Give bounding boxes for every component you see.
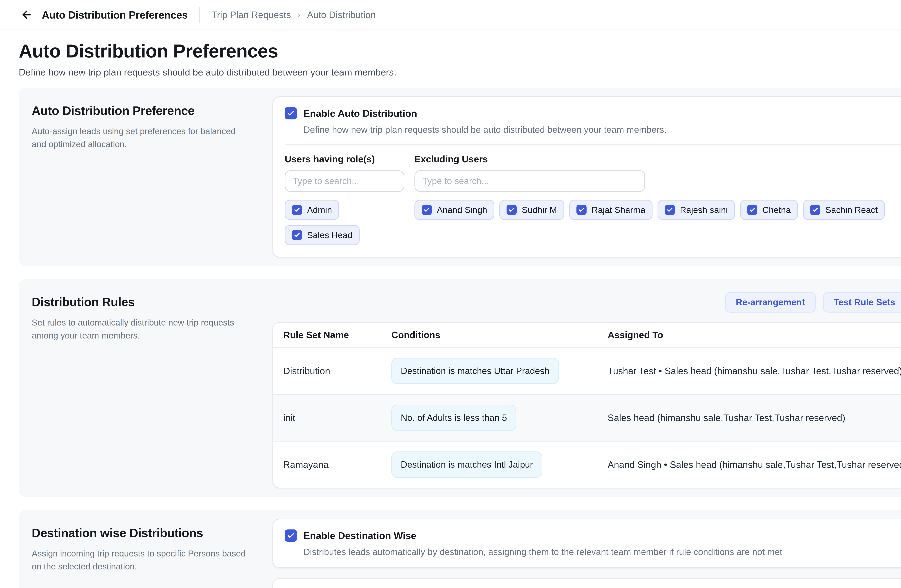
breadcrumb-item-auto-distribution[interactable]: Auto Distribution — [307, 9, 376, 20]
section-description: Assign incoming trip requests to specifi… — [32, 547, 248, 573]
app-root: Auto Distribution Preferences Trip Plan … — [0, 0, 901, 588]
auto-pref-card: Enable Auto Distribution Define how new … — [273, 96, 901, 257]
column-no-of-members: No. Of Members — [858, 586, 901, 588]
section-description: Set rules to automatically distribute ne… — [32, 316, 248, 342]
enable-destination-wise-checkbox[interactable] — [285, 529, 297, 542]
enable-destination-wise-label: Enable Destination Wise — [304, 530, 416, 541]
column-rule-set-name: Rule Set Name — [273, 330, 381, 340]
column-team-members: Team Members — [584, 586, 858, 588]
section-auto-distribution-preference: Auto Distribution Preference Auto-assign… — [19, 88, 901, 266]
header-divider — [199, 7, 200, 23]
checkbox-checked-icon[interactable] — [810, 205, 820, 215]
enable-auto-distribution-checkbox[interactable] — [285, 107, 297, 120]
enable-auto-distribution-description: Define how new trip plan requests should… — [304, 124, 901, 135]
page-subtitle: Define how new trip plan requests should… — [19, 67, 901, 78]
excluding-users-label: Excluding Users — [415, 154, 645, 165]
rule-condition-badge: Destination is matches Intl Jaipur — [391, 451, 542, 478]
destinations-table: Destination Team Name Team Members No. O… — [273, 578, 901, 588]
section-description: Auto-assign leads using set preferences … — [32, 125, 248, 151]
checkbox-checked-icon[interactable] — [507, 205, 517, 215]
enable-destination-card: Enable Destination Wise Distributes lead… — [273, 519, 901, 568]
chip-label: Chetna — [762, 205, 791, 215]
checkbox-checked-icon[interactable] — [665, 205, 675, 215]
card-divider — [285, 144, 901, 145]
user-chip-rajat-sharma[interactable]: Rajat Sharma — [569, 200, 653, 220]
user-chip-sachin-react[interactable]: Sachin React — [803, 200, 885, 220]
section-rules-intro: Distribution Rules Set rules to automati… — [27, 288, 273, 488]
checkbox-checked-icon[interactable] — [292, 230, 302, 240]
section-destination-wise: Destination wise Distributions Assign in… — [19, 510, 901, 588]
column-conditions: Conditions — [381, 330, 597, 340]
enable-auto-distribution-label: Enable Auto Distribution — [304, 108, 417, 119]
rule-assigned: Sales head (himanshu sale,Tushar Test,Tu… — [597, 412, 901, 423]
checkmark-icon — [287, 109, 295, 117]
chip-label: Rajat Sharma — [592, 205, 645, 215]
excluding-users-input[interactable] — [415, 170, 645, 192]
checkbox-checked-icon[interactable] — [292, 205, 302, 215]
rule-assigned: Anand Singh • Sales head (himanshu sale,… — [597, 459, 901, 470]
checkbox-checked-icon[interactable] — [747, 205, 758, 215]
top-header: Auto Distribution Preferences Trip Plan … — [0, 0, 901, 30]
page-title: Auto Distribution Preferences — [19, 40, 901, 62]
excluded-user-chips-group: Anand Singh Sudhir M Rajat Sharma R — [415, 200, 885, 245]
window-title: Auto Distribution Preferences — [42, 9, 188, 21]
destinations-table-header: Destination Team Name Team Members No. O… — [273, 579, 901, 588]
rule-condition-badge: Destination is matches Uttar Pradesh — [391, 358, 559, 384]
rules-table-header: Rule Set Name Conditions Assigned To — [273, 323, 901, 347]
rule-row: init No. of Adults is less than 5 Sales … — [273, 394, 901, 441]
chip-label: Rajesh saini — [680, 205, 728, 215]
breadcrumb-item-trip-plan-requests[interactable]: Trip Plan Requests — [212, 9, 291, 20]
role-chips-group: Admin Sales Head — [285, 200, 415, 245]
checkbox-checked-icon[interactable] — [422, 205, 432, 215]
section-auto-pref-intro: Auto Distribution Preference Auto-assign… — [27, 96, 273, 257]
checkmark-icon — [287, 532, 295, 540]
chevron-right-icon: › — [297, 9, 300, 20]
enable-destination-wise-description: Distributes leads automatically by desti… — [304, 547, 901, 557]
page-heading-block: Auto Distribution Preferences Define how… — [0, 30, 901, 86]
chip-label: Admin — [307, 205, 332, 215]
rule-name: Ramayana — [273, 459, 381, 470]
test-rule-sets-button[interactable]: Test Rule Sets — [823, 292, 901, 313]
rules-actions: Re-arrangement Test Rule Sets + Add Rule… — [273, 292, 901, 313]
rules-table: Rule Set Name Conditions Assigned To Dis… — [273, 322, 901, 488]
user-chip-chetna[interactable]: Chetna — [740, 200, 798, 220]
section-title: Distribution Rules — [32, 295, 265, 309]
chip-label: Anand Singh — [437, 205, 487, 215]
back-button[interactable] — [19, 7, 34, 23]
rule-name: init — [273, 412, 381, 423]
rule-row: Distribution Destination is matches Utta… — [273, 347, 901, 394]
arrow-left-icon — [20, 9, 33, 21]
chip-label: Sales Head — [307, 230, 352, 240]
section-title: Destination wise Distributions — [32, 526, 265, 540]
section-distribution-rules: Distribution Rules Set rules to automati… — [19, 279, 901, 497]
chip-label: Sudhir M — [522, 205, 557, 215]
rule-row: Ramayana Destination is matches Intl Jai… — [273, 441, 901, 488]
column-destination: Destination — [273, 586, 407, 588]
users-having-roles-input[interactable] — [285, 170, 404, 192]
column-assigned-to: Assigned To — [597, 330, 901, 340]
checkbox-checked-icon[interactable] — [577, 205, 586, 215]
chip-label: Sachin React — [825, 205, 878, 215]
breadcrumb: Trip Plan Requests › Auto Distribution — [212, 9, 376, 20]
rule-name: Distribution — [273, 366, 381, 376]
users-having-roles-label: Users having role(s) — [285, 154, 404, 165]
role-chip-sales-head[interactable]: Sales Head — [285, 225, 360, 245]
user-chip-anand-singh[interactable]: Anand Singh — [415, 200, 494, 220]
role-chip-admin[interactable]: Admin — [285, 200, 339, 220]
user-chip-sudhir-m[interactable]: Sudhir M — [499, 200, 564, 220]
rule-assigned: Tushar Test • Sales head (himanshu sale,… — [597, 366, 901, 376]
rearrangement-button[interactable]: Re-arrangement — [725, 292, 815, 313]
rule-condition-badge: No. of Adults is less than 5 — [391, 404, 516, 431]
section-destination-intro: Destination wise Distributions Assign in… — [27, 519, 273, 588]
column-team-name: Team Name — [407, 586, 584, 588]
user-chip-rajesh-saini[interactable]: Rajesh saini — [658, 200, 735, 220]
section-title: Auto Distribution Preference — [32, 104, 265, 118]
